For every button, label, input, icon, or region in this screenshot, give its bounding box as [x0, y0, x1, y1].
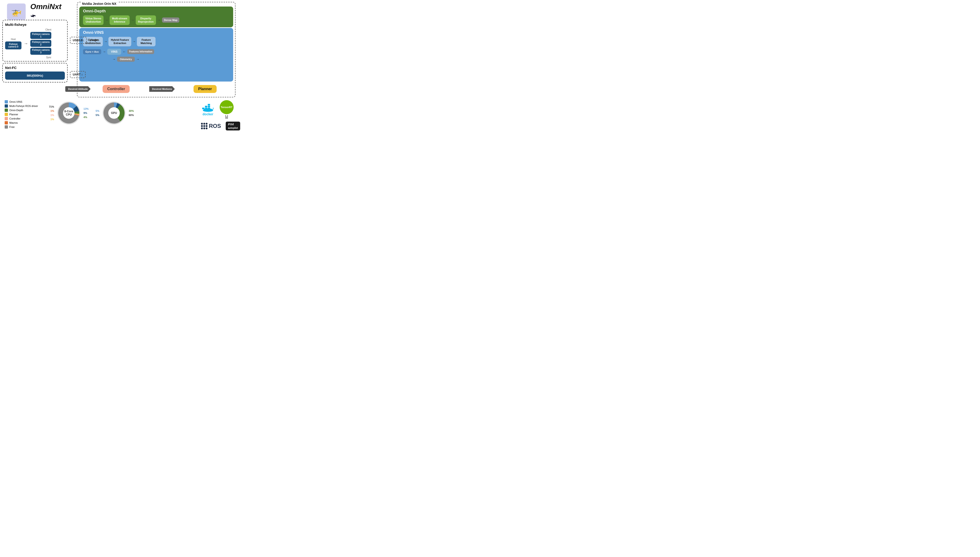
depth-pipeline: Virtua Stereo Undistortion → Multi-strea… [83, 15, 229, 25]
legend-label: Planner [9, 113, 18, 116]
ros-dot [206, 123, 207, 125]
legend-label: Free [9, 125, 15, 129]
odometry-row: → Odometry → [83, 57, 229, 62]
svg-rect-7 [205, 106, 207, 107]
depth-stage1: Virtua Stereo Undistortion [83, 15, 103, 25]
gyro-row: Gyro + Acc → VINS ← Features Information [83, 49, 229, 55]
ros-dot [206, 127, 207, 129]
desired-attitude-label: Desired Attitude [68, 88, 88, 90]
mf-host-group: Host Fisheye camera 0 [5, 38, 21, 49]
tensorrt-logo: TensorRT [220, 100, 234, 114]
omni-vins-box: Omni-VINS Cylinder Undistortion → Hybrid… [79, 28, 233, 81]
brand-text: OmniNxt ⌁ [30, 2, 61, 21]
gpu-chart-right-labels: 30%60% [129, 109, 134, 116]
legend-color [5, 113, 8, 116]
legend-label: Omni-VINS [9, 100, 22, 103]
vins-arrow1: → [104, 40, 107, 43]
drone-icon: 🚁 [11, 7, 22, 16]
multi-fisheye-box: Multi-fisheye Host Fisheye camera 0 → Cl… [2, 20, 68, 62]
logos-area: docker TensorRT [201, 100, 240, 130]
fisheye-cam2: Fisheye camera 2 [30, 40, 51, 47]
bottom-section: Omni-VINSMulti-Fisheye ROS driverOmni-De… [0, 98, 245, 133]
tensorrt-group: TensorRT [220, 100, 234, 119]
features-arrow: ← [122, 50, 126, 54]
logos-row-top: docker TensorRT [201, 100, 240, 119]
gyro-arrow: → [103, 50, 106, 54]
chart-pct-label: 9% [83, 112, 88, 114]
nxt-fc-title: Nxt-FC [5, 66, 65, 70]
docker-whale-svg [201, 103, 215, 112]
planner-box: Planner [194, 85, 217, 93]
chart-pct-label: 1% [49, 114, 54, 116]
cpu-donut-svg [56, 100, 82, 126]
svg-point-11 [203, 108, 212, 112]
fisheye-cam3: Fisheye camera 3 [30, 48, 51, 55]
cpu-donut: 8-CoreCPU [56, 100, 82, 126]
chart-pct-label: 5% [96, 114, 99, 116]
arrow2: → [131, 18, 134, 22]
odo-arrow2: → [136, 57, 139, 61]
logos-row-bottom: ROS PX4autopilot [201, 122, 240, 130]
legend-color [5, 117, 8, 120]
main-container: 🚁 OmniNxt ⌁ Nvidia Jeston Orin NX Omni-D… [0, 0, 245, 140]
legend-item: Planner [5, 113, 42, 116]
chart-pct-label: 71% [49, 105, 54, 108]
px4-text: PX4autopilot [228, 122, 238, 130]
ros-dot [203, 125, 205, 127]
legend-color [5, 125, 8, 129]
features-info: Features Information [127, 49, 154, 54]
legend-color [5, 121, 8, 124]
gpu-chart-wrapper: 5%5% GPU 30%60% [96, 100, 134, 126]
ros-dot [206, 125, 207, 127]
sync-label: Sync [30, 56, 51, 59]
uart-box: UART ↕ [70, 71, 86, 78]
desired-motions-arrow: Desired Motions [149, 86, 175, 92]
imu-box: IMU(500Hz) [5, 72, 65, 80]
nvidia-label: Nvidia Jeston Orin NX [81, 2, 118, 6]
cpu-chart-container: 71%1%1%1% 8-CoreCPU 13%9%4% [49, 100, 88, 126]
ros-dot [201, 125, 203, 127]
ros-text: ROS [209, 123, 221, 129]
tensorrt-lines [225, 115, 228, 119]
arrow3: → [157, 18, 161, 22]
desired-motions-label: Desired Motions [152, 88, 172, 90]
gyro-box: Gyro + Acc [83, 49, 101, 54]
legend-color [5, 104, 8, 107]
vins-center: VINS [107, 49, 121, 55]
legend-label: Controller [9, 117, 21, 120]
odometry-box: Odometry [117, 57, 135, 62]
legend-item: Omni-VINS [5, 100, 42, 103]
ros-logo: ROS [201, 123, 221, 129]
legend-color [5, 109, 8, 112]
omni-depth-title: Omni-Depth [83, 9, 229, 13]
legend-item: Multi-Fisheye ROS driver [5, 104, 42, 107]
gpu-chart-left-labels: 5%5% [96, 109, 99, 116]
images-label: Images [90, 38, 99, 42]
svg-point-3 [108, 107, 120, 119]
mf-client-group: Client Fisheye camera 1 Fisheye camera 2… [30, 28, 51, 59]
svg-rect-9 [208, 104, 210, 106]
svg-rect-4 [202, 107, 204, 109]
vins-stage3: Feature Matching [137, 37, 155, 46]
controller-box: Controller [103, 85, 130, 93]
drone-image: 🚁 [7, 3, 26, 20]
legend-label: Mavros [9, 121, 18, 124]
ros-dot [203, 123, 205, 125]
legend-item: Controller [5, 117, 42, 120]
ros-dot [201, 123, 203, 125]
cpu-chart-right-labels: 13%9%4% [83, 107, 88, 119]
usb-label: USB3.0↕ [73, 39, 84, 42]
brand-title: OmniNxt [30, 2, 61, 11]
planner-label: Planner [198, 87, 212, 91]
docker-logo: docker [201, 103, 215, 116]
tensorrt-text: TensorRT [221, 106, 233, 109]
arrow1: → [105, 18, 108, 22]
chart-pct-label: 60% [129, 114, 134, 116]
controller-label: Controller [107, 87, 125, 91]
vins-arrow2: → [132, 40, 136, 43]
gpu-donut: GPU [101, 100, 127, 126]
chart-pct-label: 1% [49, 118, 54, 121]
vins-pipeline-row: Cylinder Undistortion → Hybrid Feature E… [83, 37, 229, 46]
svg-rect-8 [208, 106, 210, 107]
omni-vins-title: Omni-VINS [83, 30, 229, 35]
